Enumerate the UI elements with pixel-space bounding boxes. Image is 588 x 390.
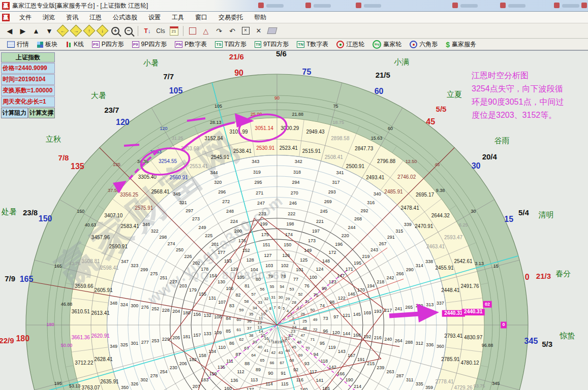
up-button[interactable]: ▲	[29, 25, 43, 37]
svg-text:344: 344	[210, 170, 218, 175]
menu-window[interactable]: 窗口	[190, 12, 213, 23]
calendar-button[interactable]: 21	[167, 25, 180, 37]
svg-text:360: 360	[437, 344, 444, 349]
svg-text:346: 346	[142, 222, 150, 227]
svg-text:3763.07: 3763.07	[81, 385, 100, 390]
view-service[interactable]: $赢家服务	[443, 40, 479, 50]
calc-resistance-button[interactable]: 计算阻力	[1, 108, 28, 118]
view-hexagon[interactable]: 六角形	[407, 40, 441, 50]
svg-text:143: 143	[338, 349, 346, 354]
view-p-table[interactable]: PNP数字表	[172, 40, 210, 50]
svg-text:144: 144	[343, 331, 350, 336]
back-button[interactable]: ◀	[3, 25, 16, 37]
t-cursor-button[interactable]: T↓	[141, 25, 154, 37]
menu-formula-stockpick[interactable]: 公式选股	[107, 12, 143, 23]
svg-text:196: 196	[335, 242, 343, 247]
pan-right-button[interactable]: →	[69, 25, 82, 37]
svg-text:251: 251	[160, 275, 168, 280]
svg-text:53: 53	[290, 287, 294, 291]
crosshair-button[interactable]: ✕	[252, 25, 265, 37]
svg-text:218: 218	[377, 279, 384, 284]
svg-text:80: 80	[256, 277, 261, 282]
svg-text:43.75: 43.75	[69, 261, 81, 266]
svg-text:2470.91: 2470.91	[415, 223, 434, 229]
rect-tool-button[interactable]	[186, 25, 199, 37]
svg-text:113: 113	[251, 377, 258, 382]
svg-text:50: 50	[311, 308, 315, 312]
zoom-out-button[interactable]: −	[122, 25, 135, 37]
menu-browse[interactable]: 浏览	[37, 12, 60, 23]
svg-text:3712.22: 3712.22	[75, 360, 94, 366]
badge-TS-icon: TS	[215, 41, 222, 48]
svg-text:63: 63	[244, 346, 249, 350]
conversion-factor-field[interactable]: 变换系数=1.00000	[1, 85, 55, 96]
menu-gann[interactable]: 江恩	[84, 12, 107, 23]
svg-text:26: 26	[300, 312, 305, 316]
cls-button[interactable]: Cls	[154, 25, 167, 37]
diamond-up-icon: ↑	[83, 24, 95, 37]
view-quotes[interactable]: 行情	[4, 40, 32, 50]
svg-text:250: 250	[176, 247, 183, 252]
view-9t-square[interactable]: T99T四方形	[252, 40, 292, 50]
svg-text:343: 343	[252, 159, 259, 164]
outer-degree-180: 180	[16, 334, 29, 343]
badge-P9-icon: P9	[132, 41, 139, 48]
pan-left-button[interactable]: ←	[56, 25, 69, 37]
view-kline[interactable]: K线	[63, 40, 87, 50]
svg-text:3407.10: 3407.10	[104, 213, 123, 218]
down-button[interactable]: ▼	[43, 25, 56, 37]
box-select-button[interactable]: ×	[239, 25, 252, 37]
svg-text:31.25: 31.25	[172, 136, 183, 141]
svg-text:59: 59	[239, 308, 244, 312]
pan-down-button[interactable]: ↓	[96, 25, 109, 37]
svg-text:140: 140	[300, 387, 307, 390]
forward-button[interactable]: ▶	[16, 25, 29, 37]
menu-file[interactable]: 文件	[14, 12, 37, 23]
rotate-cw-button[interactable]: ↷	[212, 25, 226, 37]
view-9p-square[interactable]: P99P四方形	[129, 40, 170, 50]
index-info-panel: 上证指数 价格=2440.9099 时间=20190104 变换系数=1.000…	[1, 52, 55, 118]
zoom-in-button[interactable]: +	[109, 25, 122, 37]
svg-text:226: 226	[184, 254, 192, 259]
svg-text:41: 41	[264, 348, 268, 353]
svg-text:298: 298	[159, 235, 167, 240]
svg-text:2: 2	[292, 316, 295, 320]
date-field[interactable]: 时间=20190104	[1, 74, 55, 85]
view-t-square[interactable]: TST四方形	[212, 40, 250, 50]
pan-up-button[interactable]: ↑	[82, 25, 96, 37]
svg-text:337: 337	[437, 301, 444, 306]
price-field[interactable]: 价格=2440.9099	[1, 63, 55, 74]
calc-support-button[interactable]: 计算支撑	[28, 108, 55, 118]
svg-text:49: 49	[313, 317, 318, 322]
svg-text:326: 326	[131, 381, 138, 386]
svg-text:7: 7	[273, 305, 276, 310]
board-button[interactable]	[265, 25, 278, 37]
date-7/8: 7/8	[58, 153, 69, 162]
view-t-table[interactable]: TNT数字表	[294, 40, 331, 50]
menu-help[interactable]: 帮助	[249, 12, 272, 23]
view-winner-wheel[interactable]: Big赢家轮	[369, 40, 405, 50]
menu-trade[interactable]: 交易委托	[213, 12, 249, 23]
svg-text:21.88: 21.88	[292, 112, 304, 117]
svg-text:323: 323	[131, 263, 138, 268]
svg-text:8: 8	[269, 306, 272, 311]
triangle-tool-button[interactable]: △	[199, 25, 212, 37]
menu-settings[interactable]: 设置	[143, 12, 166, 23]
svg-text:2440.31: 2440.31	[444, 310, 463, 316]
svg-text:311: 311	[406, 377, 413, 382]
menu-tools[interactable]: 工具	[166, 12, 190, 23]
svg-text:64: 64	[251, 353, 256, 358]
step-field[interactable]: 周天变化步长=1	[1, 96, 55, 107]
view-p-square[interactable]: PSP四方形	[89, 40, 127, 50]
rotate-ccw-button[interactable]: ↶	[226, 25, 239, 37]
view-sectors[interactable]: 板块	[34, 40, 60, 50]
svg-text:197: 197	[312, 229, 320, 234]
menu-news[interactable]: 资讯	[60, 12, 84, 23]
outer-degree-0: 0	[525, 273, 530, 281]
svg-text:114: 114	[266, 381, 273, 386]
svg-text:79: 79	[268, 274, 273, 279]
svg-text:71: 71	[311, 337, 315, 342]
view-gann-wheel[interactable]: 江恩轮	[333, 40, 367, 50]
svg-text:131: 131	[208, 296, 216, 301]
svg-text:2542.61: 2542.61	[454, 258, 473, 264]
